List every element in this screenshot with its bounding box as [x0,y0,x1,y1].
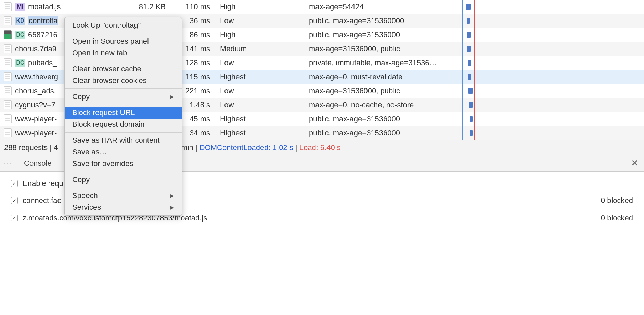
menu-save-har[interactable]: Save as HAR with content [65,135,182,146]
timeline-marker [462,112,463,126]
menu-speech-label: Speech [72,191,98,200]
col-priority: Medium [216,44,305,53]
menu-clear-cache[interactable]: Clear browser cache [65,63,182,75]
timeline-marker [462,28,463,42]
chevron-right-icon: ▶ [170,94,174,99]
menu-separator [65,172,182,172]
col-priority: High [216,30,305,39]
script-file-icon [4,100,12,109]
script-file-icon [4,72,12,81]
timeline-marker [474,42,475,56]
menu-copy[interactable]: Copy [65,174,182,186]
request-name: moatad.js [28,2,61,11]
col-priority: Low [216,100,305,109]
col-cache-control: max-age=54424 [305,2,459,11]
initiator-badge: DC [15,31,25,39]
menu-copy-submenu[interactable]: Copy ▶ [65,91,182,102]
request-name: 6587216 [28,30,57,39]
col-priority: Highest [216,128,305,137]
script-file-icon [4,58,12,67]
blocked-count: 0 blocked [601,214,633,222]
col-waterfall [459,14,644,28]
status-mid: min | [181,143,199,152]
close-icon[interactable]: ✕ [631,158,639,168]
tab-console[interactable]: Console [20,159,56,168]
menu-save-as[interactable]: Save as… [65,146,182,158]
menu-block-url[interactable]: Block request URL [65,107,182,119]
waterfall-bar [467,18,470,24]
col-waterfall [459,0,644,14]
pattern-text: connect.fac [23,196,61,205]
request-name: www.theverg [15,72,58,81]
menu-open-tab[interactable]: Open in new tab [65,47,182,59]
col-cache-control: public, max-age=31536000 [305,30,459,39]
timeline-marker [474,98,475,112]
context-menu: Look Up "controltag" Open in Sources pan… [64,17,182,216]
waterfall-bar [466,4,471,10]
enable-blocking-checkbox[interactable] [11,180,18,187]
menu-save-overrides[interactable]: Save for overrides [65,158,182,169]
menu-services[interactable]: Services ▶ [65,202,182,213]
request-name: chorus.7da9 [15,44,56,53]
request-name: chorus_ads. [15,86,56,95]
waterfall-bar [470,130,473,136]
col-priority: Low [216,16,305,25]
col-cache-control: public, max-age=31536000 [305,128,459,137]
timeline-marker [474,28,475,42]
menu-block-domain[interactable]: Block request domain [65,119,182,130]
script-file-icon [4,16,12,25]
col-priority: Highest [216,114,305,123]
script-file-icon [4,44,12,53]
menu-open-sources[interactable]: Open in Sources panel [65,36,182,47]
request-name: www-player- [15,114,57,123]
pattern-checkbox[interactable] [11,215,18,221]
network-row[interactable]: MImoatad.js81.2 KB110 msHighmax-age=5442… [0,0,644,14]
col-cache-control: max-age=0, must-revalidate [305,72,459,81]
timeline-marker [474,84,475,98]
col-cache-control: public, max-age=315360000 [305,16,459,25]
initiator-badge: MI [15,3,25,11]
menu-clear-cookies[interactable]: Clear browser cookies [65,75,182,86]
menu-separator [65,33,182,33]
waterfall-bar [467,46,471,52]
col-waterfall [459,84,644,98]
initiator-badge: DC [15,59,25,67]
col-priority: High [216,2,305,11]
waterfall-bar [468,60,471,66]
timeline-marker [474,0,475,14]
more-icon[interactable]: ⋮ [3,159,12,167]
timeline-marker [474,112,475,126]
menu-copy-submenu-label: Copy [72,92,90,101]
menu-separator [65,105,182,105]
menu-separator [65,88,182,89]
col-priority: Low [216,58,305,67]
status-load: Load: 6.40 s [299,143,341,152]
col-waterfall [459,98,644,112]
status-requests: 288 requests | 4 [4,143,58,152]
initiator-badge: KD [15,17,25,25]
timeline-marker [462,42,463,56]
timeline-marker [462,126,463,140]
script-file-icon [4,86,12,95]
col-waterfall [459,112,644,126]
col-cache-control: public, max-age=31536000 [305,114,459,123]
image-file-icon [4,30,12,39]
chevron-right-icon: ▶ [170,205,174,210]
col-priority: Low [216,86,305,95]
enable-blocking-label: Enable requ [23,179,63,188]
col-size: 81.2 KB [103,2,171,11]
menu-speech[interactable]: Speech ▶ [65,190,182,202]
script-file-icon [4,2,12,11]
pattern-checkbox[interactable] [11,197,18,204]
menu-lookup[interactable]: Look Up "controltag" [65,19,182,31]
status-domcontentloaded: DOMContentLoaded: 1.02 s [199,143,293,152]
col-priority: Highest [216,72,305,81]
waterfall-bar [469,102,473,108]
menu-separator [65,132,182,133]
col-waterfall [459,42,644,56]
col-waterfall [459,126,644,140]
col-time: 110 ms [171,2,216,11]
col-waterfall [459,70,644,84]
waterfall-bar [467,32,471,38]
script-file-icon [4,114,12,123]
